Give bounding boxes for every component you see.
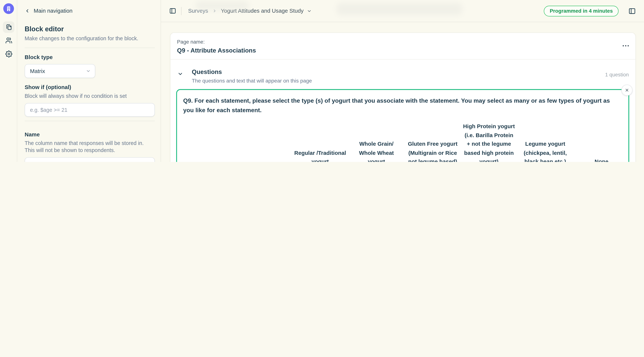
page-content: Page name: Q9 - Attribute Associations Q… — [161, 22, 644, 162]
name-label: Name — [24, 131, 155, 138]
main-area: Surveys Yogurt Attitudes and Usage Study… — [161, 0, 644, 162]
sidebar-item-settings[interactable] — [3, 48, 14, 60]
sidebar-item-users[interactable] — [3, 34, 14, 46]
chevron-down-icon — [86, 68, 91, 74]
page-card: Page name: Q9 - Attribute Associations Q… — [170, 32, 636, 162]
column-header: None — [574, 157, 630, 162]
chevron-left-icon — [24, 8, 30, 14]
settings-icon — [5, 50, 12, 57]
matrix-header: Regular /Traditional yogurtWhole Grain/ … — [183, 122, 622, 162]
block-type-label: Block type — [24, 54, 155, 61]
show-if-description: Block will always show if no condition i… — [24, 92, 155, 99]
divider — [181, 7, 182, 15]
column-header: Legume yogurt (chickpea, lentil, black b… — [517, 140, 574, 162]
column-header: Regular /Traditional yogurt — [292, 148, 348, 162]
divider — [24, 48, 155, 48]
column-header: Whole Grain/ Whole Wheat yogurt — [348, 140, 404, 162]
app-logo[interactable] — [3, 3, 14, 14]
question-count: 1 question — [605, 72, 629, 78]
panel-title: Block editor — [24, 24, 155, 33]
matrix-question: Regular /Traditional yogurtWhole Grain/ … — [183, 122, 622, 162]
column-header: High Protein yogurt (i.e. Barilla Protei… — [461, 122, 517, 162]
name-input[interactable] — [24, 157, 155, 162]
divider — [24, 121, 155, 121]
block-type-select[interactable]: Matrix — [24, 64, 95, 78]
redacted-blur — [337, 3, 462, 15]
page-header: Page name: Q9 - Attribute Associations — [170, 33, 636, 59]
sidebar-item-pages[interactable] — [3, 22, 14, 33]
page-name-label: Page name: — [177, 39, 629, 45]
show-if-label: Show if (optional) — [24, 84, 155, 91]
pages-icon — [5, 24, 12, 30]
top-bar: Surveys Yogurt Attitudes and Usage Study… — [161, 0, 644, 22]
panel-right-toggle-icon[interactable] — [628, 7, 636, 15]
show-if-input[interactable] — [24, 103, 155, 117]
close-icon — [624, 88, 629, 92]
chevron-down-icon[interactable] — [178, 71, 183, 78]
page-title: Q9 - Attribute Associations — [177, 47, 629, 54]
column-header: Gluten Free yogurt (Multigrain or Rice n… — [404, 140, 461, 162]
name-description: The column name that responses will be s… — [24, 140, 155, 154]
close-button[interactable] — [622, 84, 633, 96]
users-icon — [5, 37, 12, 44]
back-label: Main navigation — [34, 8, 72, 14]
icon-rail: D N — [0, 0, 17, 162]
panel-left-toggle-icon[interactable] — [169, 8, 176, 14]
panel-subtitle: Make changes to the configuration for th… — [24, 35, 155, 42]
block-editor-panel: Main navigation Block editor Make change… — [17, 0, 161, 162]
question-block[interactable]: Q9. For each statement, please select th… — [176, 89, 629, 162]
block-type-value: Matrix — [30, 68, 45, 74]
questions-section-header: Questions The questions and text that wi… — [170, 60, 636, 84]
status-badge: Programmed in 4 minutes — [544, 6, 618, 16]
questions-subtitle: The questions and text that will appear … — [192, 78, 312, 84]
app-window: D N Main navigation Block editor Make ch… — [0, 0, 644, 162]
question-text: Q9. For each statement, please select th… — [183, 96, 621, 114]
questions-title: Questions — [192, 68, 312, 75]
building-icon — [6, 6, 12, 12]
ellipsis-menu-icon[interactable] — [622, 45, 629, 46]
redacted-blur — [196, 1, 249, 10]
back-to-main-navigation[interactable]: Main navigation — [24, 6, 155, 15]
chevron-down-icon[interactable] — [307, 8, 312, 13]
